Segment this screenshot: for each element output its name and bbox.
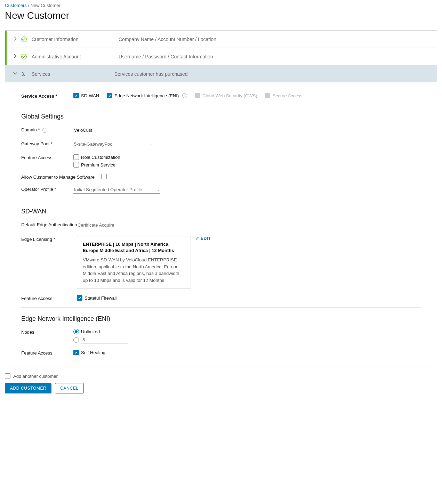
checkbox-icon: [73, 350, 79, 355]
checkbox-cws[interactable]: Cloud Web Security (CWS): [195, 93, 257, 98]
nodes-label: Nodes: [21, 329, 73, 335]
global-feature-access-row: Feature Access Role Customization Premiu…: [21, 154, 421, 168]
default-edge-auth-row: Default Edge Authentication Certificate …: [21, 221, 421, 229]
feature-access-label: Feature Access: [21, 154, 73, 160]
allow-manage-label: Allow Customer to Manage Software: [21, 174, 101, 180]
domain-label: Domain * i: [21, 127, 73, 133]
radio-icon: [73, 329, 79, 334]
checkbox-icon: [107, 93, 112, 98]
operator-profile-select[interactable]: Initial Segmented Operator Profile ⌄: [73, 186, 160, 194]
radio-icon: [73, 337, 79, 343]
checkbox-icon: [73, 154, 79, 160]
checkbox-icon: [73, 162, 79, 168]
checkbox-secure-access[interactable]: Secure Access: [265, 93, 302, 98]
nodes-row: Nodes Unlimited: [21, 329, 421, 343]
step-services[interactable]: 3. Services Services customer has purcha…: [5, 65, 437, 82]
section-sdwan: SD-WAN: [21, 208, 421, 215]
section-global-settings: Global Settings: [21, 113, 421, 120]
default-edge-auth-select[interactable]: Certificate Acquire ⌄: [77, 221, 146, 229]
section-eni: Edge Network Intelligence (ENI): [21, 315, 421, 323]
wizard-panel: Customer Information Company Name / Acco…: [5, 30, 437, 366]
breadcrumb: Customers / New Customer: [5, 3, 437, 8]
info-icon[interactable]: i: [182, 93, 187, 98]
step-label: Services: [32, 71, 114, 77]
chevron-down-icon: ⌄: [157, 188, 160, 192]
checkbox-premium-service[interactable]: Premium Service: [73, 162, 120, 168]
sdwan-feature-access-row: Feature Access Stateful Firewall: [21, 295, 421, 301]
step-admin-account[interactable]: Administrative Account Username / Passwo…: [5, 48, 437, 65]
radio-custom-nodes[interactable]: [73, 336, 128, 343]
license-desc: VMware SD-WAN by VeloCloud ENTERPRISE ed…: [83, 257, 185, 284]
gateway-pool-select[interactable]: 5-site-GatewayPool ⌄: [73, 140, 153, 148]
pencil-icon: [195, 236, 199, 241]
checkbox-add-another[interactable]: [5, 373, 10, 379]
nodes-input[interactable]: [81, 336, 128, 343]
check-circle-icon: [21, 54, 27, 59]
license-card: ENTERPRISE | 10 Mbps | North America, Eu…: [77, 236, 191, 289]
operator-profile-row: Operator Profile * Initial Segmented Ope…: [21, 186, 421, 194]
checkbox-role-customization[interactable]: Role Customization: [73, 154, 120, 160]
cancel-button[interactable]: CANCEL: [55, 383, 83, 393]
add-customer-button[interactable]: ADD CUSTOMER: [5, 383, 51, 393]
edit-license-button[interactable]: EDIT: [195, 236, 211, 241]
info-icon[interactable]: i: [42, 128, 47, 133]
operator-profile-label: Operator Profile *: [21, 186, 73, 192]
chevron-right-icon: [13, 36, 18, 42]
checkbox-sdwan[interactable]: SD-WAN: [73, 93, 99, 98]
step-desc: Services customer has purchased: [114, 71, 188, 77]
edge-licensing-label: Edge Licensing *: [21, 236, 84, 242]
checkbox-allow-manage[interactable]: [101, 174, 107, 179]
checkbox-self-healing[interactable]: Self Healing: [73, 350, 105, 355]
step-content: Service Access * SD-WAN Edge Network Int…: [5, 82, 437, 366]
step-customer-information[interactable]: Customer Information Company Name / Acco…: [5, 31, 437, 48]
chevron-right-icon: [13, 54, 18, 59]
default-edge-auth-label: Default Edge Authentication: [21, 221, 84, 227]
footer: Add another customer ADD CUSTOMER CANCEL: [5, 373, 437, 393]
service-access-row: Service Access * SD-WAN Edge Network Int…: [21, 93, 421, 99]
step-label: Administrative Account: [32, 54, 119, 59]
chevron-down-icon: ⌄: [150, 142, 153, 146]
add-another-row[interactable]: Add another customer: [5, 373, 437, 379]
checkbox-eni[interactable]: Edge Network Intelligence (ENI) i: [107, 93, 187, 98]
gateway-pool-label: Gateway Pool *: [21, 140, 73, 146]
checkbox-icon: [195, 93, 200, 98]
breadcrumb-link-customers[interactable]: Customers: [5, 3, 27, 8]
checkbox-icon: [73, 93, 79, 98]
page-title: New Customer: [5, 10, 437, 21]
radio-unlimited[interactable]: Unlimited: [73, 329, 128, 334]
step-label: Customer Information: [32, 36, 119, 42]
edge-licensing-row: Edge Licensing * ENTERPRISE | 10 Mbps | …: [21, 236, 421, 289]
feature-access-label: Feature Access: [21, 350, 73, 356]
eni-feature-access-row: Feature Access Self Healing: [21, 350, 421, 356]
chevron-down-icon: ⌄: [143, 223, 146, 227]
checkbox-stateful-firewall[interactable]: Stateful Firewall: [77, 295, 116, 301]
step-number: 3.: [21, 71, 25, 77]
chevron-down-icon: [13, 71, 18, 77]
feature-access-label: Feature Access: [21, 295, 84, 301]
checkbox-icon: [265, 93, 270, 98]
checkbox-icon: [77, 295, 82, 301]
allow-manage-row: Allow Customer to Manage Software: [21, 174, 421, 180]
breadcrumb-current: New Customer: [31, 3, 61, 8]
domain-row: Domain * i: [21, 127, 421, 134]
license-title: ENTERPRISE | 10 Mbps | North America, Eu…: [83, 241, 185, 254]
service-access-label: Service Access *: [21, 93, 73, 99]
step-desc: Username / Password / Contact Informatio…: [119, 54, 213, 59]
gateway-pool-row: Gateway Pool * 5-site-GatewayPool ⌄: [21, 140, 421, 148]
step-desc: Company Name / Account Number / Location: [119, 36, 216, 42]
domain-input[interactable]: [73, 127, 153, 134]
check-circle-icon: [21, 36, 27, 42]
